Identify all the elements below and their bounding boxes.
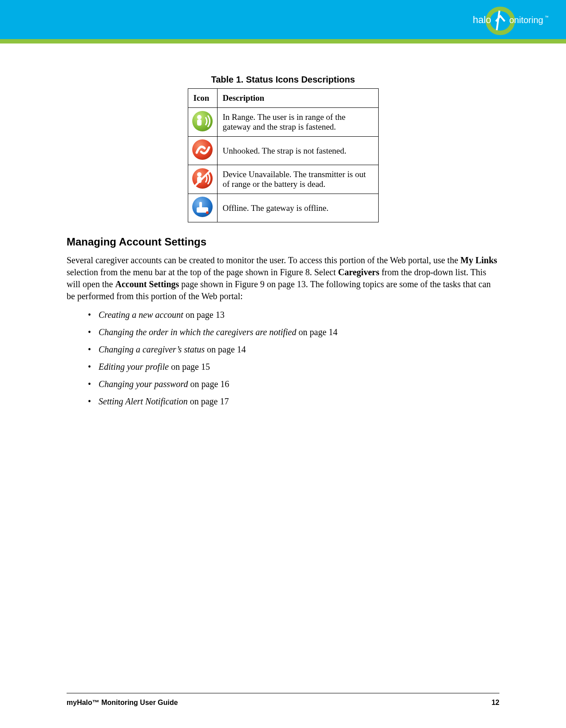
para-bold-mylinks: My Links (460, 255, 497, 265)
list-item: Editing your profile on page 15 (88, 361, 499, 372)
page-footer: myHalo™ Monitoring User Guide 12 (67, 699, 499, 707)
task-pageref: on page 15 (169, 362, 210, 372)
footer-title: myHalo™ Monitoring User Guide (67, 699, 178, 707)
footer-rule (67, 693, 499, 693)
offline-icon (192, 197, 213, 217)
page-content: Table 1. Status Icons Descriptions Icon … (0, 44, 566, 407)
list-item: Creating a new account on page 13 (88, 309, 499, 320)
task-pageref: on page 13 (183, 310, 225, 320)
table-caption: Table 1. Status Icons Descriptions (188, 75, 379, 85)
table-row: Unhooked. The strap is not fastened. (188, 137, 378, 165)
section-paragraph: Several caregiver accounts can be create… (67, 254, 499, 302)
task-list: Creating a new account on page 13 Changi… (88, 309, 499, 407)
document-header-bar: halo onitoring ™ (0, 0, 566, 39)
list-item: Changing a caregiver’s status on page 14 (88, 344, 499, 355)
row-description: Unhooked. The strap is not fastened. (217, 137, 378, 165)
list-item: Setting Alert Notification on page 17 (88, 396, 499, 407)
para-bold-caregivers: Caregivers (338, 267, 380, 277)
svg-point-2 (197, 115, 202, 119)
para-text: selection from the menu bar at the top o… (67, 267, 338, 277)
list-item: Changing the order in which the caregive… (88, 327, 499, 338)
table-row: Offline. The gateway is offline. (188, 194, 378, 222)
task-title: Changing a caregiver’s status (99, 344, 205, 354)
device-unavailable-icon (192, 168, 213, 189)
table-header-row: Icon Description (188, 89, 378, 108)
svg-rect-3 (197, 119, 202, 126)
header-description: Description (217, 89, 378, 108)
task-pageref: on page 14 (205, 344, 246, 354)
task-title: Changing the order in which the caregive… (99, 327, 297, 337)
table-row: In Range. The user is in range of the ga… (188, 108, 378, 137)
row-description: Offline. The gateway is offline. (217, 194, 378, 222)
row-description: Device Unavailable. The transmitter is o… (217, 165, 378, 194)
brand-logo: halo onitoring ™ (468, 5, 548, 36)
svg-point-4 (197, 172, 202, 177)
list-item: Changing your password on page 16 (88, 379, 499, 390)
table-row: Device Unavailable. The transmitter is o… (188, 165, 378, 194)
accent-bar (0, 39, 566, 44)
task-pageref: on page 14 (297, 327, 338, 337)
task-title: Editing your profile (99, 362, 169, 372)
in-range-icon (192, 111, 213, 131)
task-title: Creating a new account (99, 310, 183, 320)
para-text: Several caregiver accounts can be create… (67, 255, 460, 265)
brand-text-halo: halo (473, 14, 491, 25)
task-title: Setting Alert Notification (99, 396, 188, 406)
svg-rect-8 (199, 202, 202, 208)
unhooked-icon (192, 139, 213, 160)
footer-page-number: 12 (491, 699, 499, 707)
header-icon: Icon (188, 89, 217, 108)
row-description: In Range. The user is in range of the ga… (217, 108, 378, 137)
section-heading: Managing Account Settings (67, 236, 499, 248)
task-pageref: on page 17 (188, 396, 229, 406)
task-pageref: on page 16 (188, 379, 230, 389)
brand-text-monitoring: onitoring (509, 15, 543, 25)
svg-point-9 (206, 211, 209, 214)
para-bold-account-settings: Account Settings (115, 279, 179, 289)
task-title: Changing your password (99, 379, 188, 389)
status-icons-table: Icon Description In Range. The user is i… (188, 88, 379, 222)
svg-text:™: ™ (545, 15, 548, 20)
